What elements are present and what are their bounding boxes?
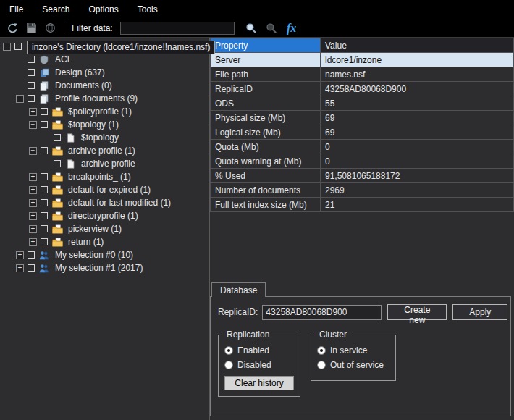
filter-input[interactable] <box>120 22 235 35</box>
plus-expand-icon[interactable]: + <box>16 264 24 272</box>
property-row[interactable]: Quota (Mb)0 <box>211 140 514 154</box>
globe-icon[interactable] <box>42 21 58 35</box>
radio-selected-icon[interactable] <box>317 346 326 355</box>
tree-item[interactable]: +default for expired (1) <box>0 183 209 196</box>
radio-option-label: Enabled <box>237 345 269 356</box>
tree-item[interactable]: ACL <box>0 53 209 66</box>
plus-expand-icon[interactable]: + <box>29 199 37 207</box>
radio-selected-icon[interactable] <box>224 346 233 355</box>
property-name: Full text index size (Mb) <box>211 198 321 212</box>
property-row[interactable]: Physical size (Mb)69 <box>211 111 514 125</box>
radio-option[interactable]: In service <box>317 345 389 356</box>
tree-checkbox[interactable] <box>54 134 61 141</box>
expand-spacer <box>16 56 24 64</box>
plus-expand-icon[interactable]: + <box>29 108 37 116</box>
tree-item[interactable]: +return (1) <box>0 235 209 248</box>
property-row[interactable]: Quota warning at (Mb)0 <box>211 154 514 169</box>
tree-checkbox[interactable] <box>41 212 48 219</box>
tree-item[interactable]: +directoryprofile (1) <box>0 209 209 222</box>
tree-checkbox[interactable] <box>41 238 48 245</box>
radio-unselected-icon[interactable] <box>317 361 326 369</box>
menu-bar: FileSearchOptionsTools <box>0 0 514 19</box>
radio-unselected-icon[interactable] <box>224 361 233 369</box>
documents-icon <box>38 81 50 91</box>
tree-item[interactable]: +pickerview (1) <box>0 222 209 235</box>
clear-history-button[interactable]: Clear history <box>224 376 294 390</box>
tree-checkbox[interactable] <box>14 43 22 50</box>
tree-checkbox[interactable] <box>54 160 61 167</box>
tree-item[interactable]: +default for last modified (1) <box>0 196 209 209</box>
tree-checkbox[interactable] <box>28 56 35 63</box>
tree-checkbox[interactable] <box>28 82 35 89</box>
save-icon[interactable] <box>23 21 39 35</box>
menu-item-file[interactable]: File <box>0 0 33 19</box>
create-new-button[interactable]: Create new <box>387 304 447 320</box>
tab-database[interactable]: Database <box>211 282 266 297</box>
radio-option[interactable]: Disabled <box>224 360 294 370</box>
plus-expand-icon[interactable]: + <box>29 173 37 181</box>
tree-item[interactable]: $topology <box>0 131 209 144</box>
tree-item[interactable]: +breakpoints_ (1) <box>0 170 209 183</box>
minus-expand-icon[interactable]: − <box>16 95 24 103</box>
plus-expand-icon[interactable]: + <box>16 251 24 259</box>
minus-expand-icon[interactable]: − <box>29 121 37 129</box>
radio-option-label: Disabled <box>237 360 271 370</box>
tree-item[interactable]: Documents (0) <box>0 79 209 92</box>
tree-checkbox[interactable] <box>28 251 35 259</box>
property-row[interactable]: ReplicaID43258AD80068D900 <box>211 82 514 96</box>
tree-item[interactable]: archive profile <box>0 157 209 170</box>
tree-item-label: archive profile (1) <box>66 145 138 156</box>
tree-checkbox[interactable] <box>41 147 48 154</box>
minus-expand-icon[interactable]: − <box>29 147 37 155</box>
property-row[interactable]: ODS55 <box>211 96 514 111</box>
tree-checkbox[interactable] <box>41 225 48 232</box>
property-name: Logical size (Mb) <box>211 125 321 140</box>
property-row[interactable]: Full text index size (Mb)21 <box>211 198 514 212</box>
tree-checkbox[interactable] <box>41 173 48 180</box>
properties-header-property[interactable]: Property <box>211 38 321 53</box>
tree-item[interactable]: +My selection #1 (2017) <box>0 261 209 274</box>
property-row[interactable]: File pathnames.nsf <box>211 67 514 82</box>
plus-expand-icon[interactable]: + <box>29 186 37 194</box>
tree-checkbox[interactable] <box>41 186 48 193</box>
tree-checkbox[interactable] <box>41 199 48 206</box>
menu-item-search[interactable]: Search <box>33 0 79 19</box>
property-row[interactable]: Serverldcore1/inzone <box>211 53 514 67</box>
tree-checkbox[interactable] <box>41 121 48 128</box>
search-dim-icon[interactable] <box>264 21 279 35</box>
plus-expand-icon[interactable]: + <box>29 238 37 246</box>
property-name: Quota (Mb) <box>211 140 321 154</box>
property-row[interactable]: Number of documents2969 <box>211 183 514 198</box>
apply-button[interactable]: Apply <box>452 304 507 320</box>
property-row[interactable]: Logical size (Mb)69 <box>211 125 514 140</box>
property-value: names.nsf <box>321 67 514 82</box>
tree-item[interactable]: +$policyprofile (1) <box>0 105 209 118</box>
search-icon[interactable] <box>243 21 259 35</box>
minus-expand-icon[interactable]: − <box>3 43 11 51</box>
plus-expand-icon[interactable]: + <box>29 212 37 220</box>
tree-checkbox[interactable] <box>28 95 35 102</box>
tree-item[interactable]: +My selection #0 (10) <box>0 248 209 261</box>
replicaid-input[interactable] <box>262 305 382 320</box>
plus-expand-icon[interactable]: + <box>29 225 37 233</box>
tree-checkbox[interactable] <box>41 108 48 115</box>
menu-item-tools[interactable]: Tools <box>128 0 167 19</box>
property-value: 2969 <box>321 183 514 198</box>
menu-item-options[interactable]: Options <box>79 0 127 19</box>
fx-icon[interactable]: fx <box>284 21 300 35</box>
properties-header-value[interactable]: Value <box>321 38 514 53</box>
radio-option[interactable]: Enabled <box>224 345 294 356</box>
refresh-icon[interactable] <box>4 21 20 35</box>
tree-item-label: breakpoints_ (1) <box>66 171 133 182</box>
tree-item[interactable]: Design (637) <box>0 66 209 79</box>
toolbar-separator <box>64 22 64 34</box>
property-row[interactable]: % Used91,5081065188172 <box>211 169 514 183</box>
selection-icon <box>38 251 50 260</box>
tree-checkbox[interactable] <box>28 264 35 272</box>
radio-option[interactable]: Out of service <box>317 360 389 370</box>
tree-item[interactable]: −Profile documents (9) <box>0 92 209 105</box>
property-name: Quota warning at (Mb) <box>211 154 321 169</box>
tree-checkbox[interactable] <box>28 69 35 76</box>
tree-item[interactable]: −archive profile (1) <box>0 144 209 157</box>
tree-item[interactable]: −$topology (1) <box>0 118 209 131</box>
